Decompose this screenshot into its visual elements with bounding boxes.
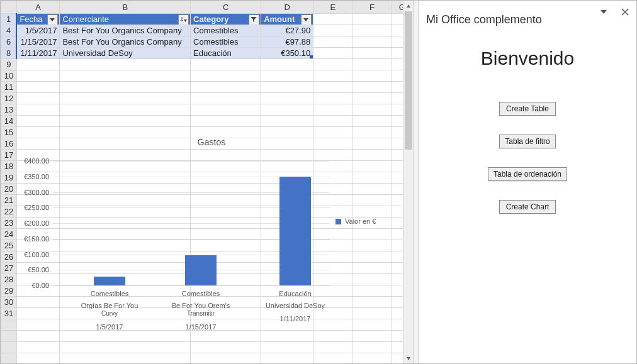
- col-header-A[interactable]: A: [16, 1, 60, 14]
- cell[interactable]: [60, 59, 191, 70]
- cell[interactable]: [60, 184, 191, 195]
- cell[interactable]: [261, 70, 313, 82]
- cell[interactable]: [313, 218, 352, 229]
- cell[interactable]: [313, 285, 352, 297]
- cell[interactable]: [191, 195, 261, 206]
- filter-dropdown-icon[interactable]: [249, 14, 259, 25]
- cell[interactable]: [313, 48, 352, 59]
- cell[interactable]: [60, 150, 191, 161]
- cell[interactable]: [352, 70, 392, 82]
- cell[interactable]: [16, 138, 60, 150]
- cell[interactable]: [261, 274, 313, 285]
- cell[interactable]: [191, 263, 261, 274]
- row-header[interactable]: 6: [1, 36, 17, 48]
- cell[interactable]: [313, 331, 352, 342]
- cell[interactable]: [313, 59, 352, 70]
- cell[interactable]: [16, 297, 60, 308]
- cell[interactable]: [60, 229, 191, 240]
- cell[interactable]: [60, 308, 191, 319]
- cell[interactable]: [16, 184, 60, 195]
- cell[interactable]: [60, 342, 191, 353]
- cell[interactable]: [60, 297, 191, 308]
- create-chart-button[interactable]: Create Chart: [499, 200, 556, 214]
- cell[interactable]: [313, 274, 352, 285]
- row-header[interactable]: 11: [1, 82, 17, 93]
- cell[interactable]: [191, 331, 261, 342]
- cell[interactable]: [313, 229, 352, 240]
- cell[interactable]: [352, 172, 392, 184]
- cell[interactable]: [352, 48, 392, 59]
- worksheet[interactable]: A B C D E F G 1FechaComercianteCategoryA…: [1, 1, 414, 363]
- row-header[interactable]: 20: [1, 184, 17, 195]
- cell[interactable]: [313, 104, 352, 116]
- cell[interactable]: [16, 82, 60, 93]
- cell[interactable]: [60, 274, 191, 285]
- cell[interactable]: [261, 82, 313, 93]
- cell[interactable]: [313, 161, 352, 172]
- cell[interactable]: [60, 116, 191, 127]
- cell[interactable]: [352, 82, 392, 93]
- cell[interactable]: [60, 172, 191, 184]
- cell[interactable]: [261, 285, 313, 297]
- cell[interactable]: [313, 70, 352, 82]
- cell[interactable]: [60, 319, 191, 331]
- filter-table-button[interactable]: Tabla de filtro: [499, 135, 556, 148]
- header-amount[interactable]: Amount: [261, 14, 313, 25]
- pane-splitter[interactable]: [414, 1, 419, 363]
- cell[interactable]: [313, 206, 352, 218]
- cell[interactable]: [261, 104, 313, 116]
- row-header[interactable]: 8: [1, 48, 17, 59]
- cell[interactable]: [16, 150, 60, 161]
- cell[interactable]: [352, 331, 392, 342]
- cell[interactable]: [16, 308, 60, 319]
- cell[interactable]: [352, 218, 392, 229]
- cell[interactable]: [261, 150, 313, 161]
- cell-category[interactable]: Comestibles: [191, 25, 261, 36]
- cell[interactable]: [191, 116, 261, 127]
- cell[interactable]: [16, 319, 60, 331]
- header-fecha[interactable]: Fecha: [16, 14, 60, 25]
- cell[interactable]: [352, 184, 392, 195]
- row-header[interactable]: 29: [1, 285, 17, 297]
- cell[interactable]: [261, 218, 313, 229]
- cell[interactable]: [352, 353, 392, 364]
- cell-comerciante[interactable]: Best For You Organics Company: [60, 25, 191, 36]
- col-header-D[interactable]: D: [261, 1, 313, 14]
- cell[interactable]: [352, 161, 392, 172]
- cell[interactable]: [191, 353, 261, 364]
- cell[interactable]: [352, 274, 392, 285]
- row-header[interactable]: [1, 319, 17, 331]
- cell[interactable]: [352, 319, 392, 331]
- cell[interactable]: [16, 104, 60, 116]
- scroll-up-arrow[interactable]: [403, 1, 414, 11]
- cell[interactable]: [352, 240, 392, 251]
- cell[interactable]: [191, 82, 261, 93]
- cell[interactable]: [261, 297, 313, 308]
- cell[interactable]: [16, 172, 60, 184]
- cell[interactable]: [313, 172, 352, 184]
- cell-fecha[interactable]: 1/5/2017: [16, 25, 60, 36]
- cell-fecha[interactable]: 1/11/2017: [16, 48, 60, 59]
- cell[interactable]: [60, 285, 191, 297]
- cell[interactable]: [191, 297, 261, 308]
- row-header[interactable]: 1: [1, 14, 17, 25]
- cell[interactable]: [16, 342, 60, 353]
- filter-dropdown-icon[interactable]: [301, 14, 312, 25]
- cell[interactable]: [16, 331, 60, 342]
- cell[interactable]: [60, 104, 191, 116]
- cell[interactable]: [261, 138, 313, 150]
- cell[interactable]: [313, 116, 352, 127]
- cell[interactable]: [16, 218, 60, 229]
- cell[interactable]: [352, 116, 392, 127]
- cell[interactable]: [261, 195, 313, 206]
- cell[interactable]: [313, 263, 352, 274]
- pane-close-icon[interactable]: [621, 7, 629, 18]
- filter-dropdown-icon[interactable]: [178, 14, 189, 25]
- cell[interactable]: [191, 285, 261, 297]
- cell[interactable]: [16, 251, 60, 263]
- cell[interactable]: [261, 206, 313, 218]
- cell[interactable]: [60, 218, 191, 229]
- cell[interactable]: [313, 138, 352, 150]
- row-header[interactable]: 16: [1, 138, 17, 150]
- cell[interactable]: [191, 229, 261, 240]
